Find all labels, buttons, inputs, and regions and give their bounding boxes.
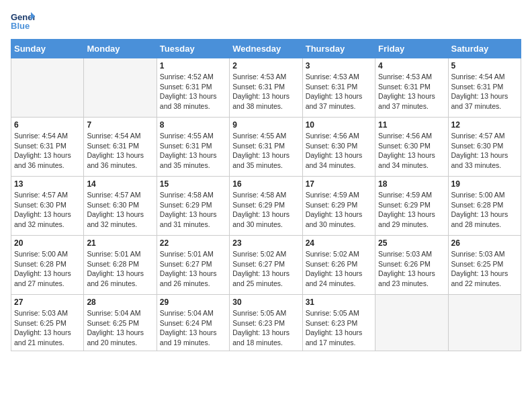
day-number: 13 (14, 179, 81, 189)
day-number: 25 (378, 238, 445, 248)
day-number: 17 (306, 179, 372, 189)
calendar-cell: 16Sunrise: 4:58 AMSunset: 6:29 PMDayligh… (230, 177, 302, 236)
day-detail: Sunrise: 4:56 AMSunset: 6:30 PMDaylight:… (378, 131, 445, 171)
day-detail: Sunrise: 4:54 AMSunset: 6:31 PMDaylight:… (451, 72, 518, 111)
day-number: 23 (232, 238, 299, 248)
weekday-header-thursday: Thursday (302, 40, 375, 58)
calendar-cell: 10Sunrise: 4:56 AMSunset: 6:30 PMDayligh… (302, 118, 375, 177)
day-detail: Sunrise: 5:05 AMSunset: 6:23 PMDaylight:… (232, 308, 299, 348)
day-number: 20 (14, 238, 81, 248)
weekday-header-monday: Monday (84, 40, 157, 58)
calendar-cell: 20Sunrise: 5:00 AMSunset: 6:28 PMDayligh… (11, 236, 84, 295)
day-number: 9 (232, 120, 299, 130)
day-number: 24 (306, 238, 372, 248)
day-detail: Sunrise: 4:57 AMSunset: 6:30 PMDaylight:… (14, 190, 81, 230)
calendar-cell: 4Sunrise: 4:53 AMSunset: 6:31 PMDaylight… (375, 58, 448, 118)
day-number: 5 (451, 61, 518, 71)
calendar-cell: 11Sunrise: 4:56 AMSunset: 6:30 PMDayligh… (375, 118, 448, 177)
weekday-header-saturday: Saturday (448, 40, 521, 58)
day-number: 2 (232, 61, 299, 71)
day-number: 8 (160, 120, 226, 130)
calendar-cell: 18Sunrise: 4:59 AMSunset: 6:29 PMDayligh… (375, 177, 448, 236)
day-number: 3 (306, 61, 372, 71)
day-number: 31 (306, 298, 372, 307)
day-number: 22 (160, 238, 226, 248)
calendar-cell: 27Sunrise: 5:03 AMSunset: 6:25 PMDayligh… (11, 295, 84, 351)
day-detail: Sunrise: 4:59 AMSunset: 6:29 PMDaylight:… (306, 190, 372, 230)
calendar-cell: 14Sunrise: 4:57 AMSunset: 6:30 PMDayligh… (84, 177, 157, 236)
day-number: 10 (306, 120, 372, 130)
logo-icon: General Blue (11, 11, 35, 31)
day-detail: Sunrise: 4:54 AMSunset: 6:31 PMDaylight:… (14, 131, 81, 171)
day-number: 27 (14, 298, 81, 307)
day-detail: Sunrise: 5:05 AMSunset: 6:23 PMDaylight:… (306, 308, 372, 348)
day-detail: Sunrise: 4:58 AMSunset: 6:29 PMDaylight:… (232, 190, 299, 230)
calendar-cell: 1Sunrise: 4:52 AMSunset: 6:31 PMDaylight… (157, 58, 229, 118)
calendar-cell: 28Sunrise: 5:04 AMSunset: 6:25 PMDayligh… (84, 295, 157, 351)
day-detail: Sunrise: 4:58 AMSunset: 6:29 PMDaylight:… (160, 190, 226, 230)
calendar-cell (84, 58, 157, 118)
weekday-header-tuesday: Tuesday (157, 40, 229, 58)
calendar-cell: 24Sunrise: 5:02 AMSunset: 6:26 PMDayligh… (302, 236, 375, 295)
calendar-cell: 13Sunrise: 4:57 AMSunset: 6:30 PMDayligh… (11, 177, 84, 236)
calendar-cell: 3Sunrise: 4:53 AMSunset: 6:31 PMDaylight… (302, 58, 375, 118)
calendar-table: SundayMondayTuesdayWednesdayThursdayFrid… (11, 39, 521, 351)
day-detail: Sunrise: 5:02 AMSunset: 6:27 PMDaylight:… (232, 249, 299, 289)
calendar-cell: 21Sunrise: 5:01 AMSunset: 6:28 PMDayligh… (84, 236, 157, 295)
day-number: 29 (160, 298, 226, 307)
day-number: 30 (232, 298, 299, 307)
page-header: General Blue (11, 11, 521, 31)
calendar-cell: 23Sunrise: 5:02 AMSunset: 6:27 PMDayligh… (230, 236, 302, 295)
calendar-cell: 30Sunrise: 5:05 AMSunset: 6:23 PMDayligh… (230, 295, 302, 351)
day-number: 28 (87, 298, 153, 307)
day-number: 1 (160, 61, 226, 71)
day-detail: Sunrise: 4:55 AMSunset: 6:31 PMDaylight:… (160, 131, 226, 171)
calendar-cell: 22Sunrise: 5:01 AMSunset: 6:27 PMDayligh… (157, 236, 229, 295)
calendar-cell: 7Sunrise: 4:54 AMSunset: 6:31 PMDaylight… (84, 118, 157, 177)
weekday-header-wednesday: Wednesday (230, 40, 302, 58)
calendar-cell: 15Sunrise: 4:58 AMSunset: 6:29 PMDayligh… (157, 177, 229, 236)
day-detail: Sunrise: 5:04 AMSunset: 6:24 PMDaylight:… (160, 308, 226, 348)
calendar-cell: 26Sunrise: 5:03 AMSunset: 6:25 PMDayligh… (448, 236, 521, 295)
day-number: 15 (160, 179, 226, 189)
day-detail: Sunrise: 4:57 AMSunset: 6:30 PMDaylight:… (87, 190, 153, 230)
day-number: 26 (451, 238, 518, 248)
day-number: 21 (87, 238, 153, 248)
day-number: 11 (378, 120, 445, 130)
day-detail: Sunrise: 5:00 AMSunset: 6:28 PMDaylight:… (14, 249, 81, 289)
calendar-cell: 5Sunrise: 4:54 AMSunset: 6:31 PMDaylight… (448, 58, 521, 118)
calendar-cell: 12Sunrise: 4:57 AMSunset: 6:30 PMDayligh… (448, 118, 521, 177)
calendar-cell: 19Sunrise: 5:00 AMSunset: 6:28 PMDayligh… (448, 177, 521, 236)
day-number: 7 (87, 120, 153, 130)
day-detail: Sunrise: 5:03 AMSunset: 6:25 PMDaylight:… (451, 249, 518, 289)
calendar-cell: 8Sunrise: 4:55 AMSunset: 6:31 PMDaylight… (157, 118, 229, 177)
day-detail: Sunrise: 4:55 AMSunset: 6:31 PMDaylight:… (232, 131, 299, 171)
calendar-cell: 6Sunrise: 4:54 AMSunset: 6:31 PMDaylight… (11, 118, 84, 177)
day-number: 12 (451, 120, 518, 130)
day-detail: Sunrise: 4:54 AMSunset: 6:31 PMDaylight:… (87, 131, 153, 171)
day-detail: Sunrise: 5:04 AMSunset: 6:25 PMDaylight:… (87, 308, 153, 348)
calendar-cell: 31Sunrise: 5:05 AMSunset: 6:23 PMDayligh… (302, 295, 375, 351)
svg-text:Blue: Blue (11, 21, 30, 31)
day-number: 19 (451, 179, 518, 189)
day-detail: Sunrise: 5:03 AMSunset: 6:26 PMDaylight:… (378, 249, 445, 289)
day-detail: Sunrise: 5:00 AMSunset: 6:28 PMDaylight:… (451, 190, 518, 230)
weekday-header-sunday: Sunday (11, 40, 84, 58)
calendar-cell (448, 295, 521, 351)
day-number: 16 (232, 179, 299, 189)
calendar-cell: 17Sunrise: 4:59 AMSunset: 6:29 PMDayligh… (302, 177, 375, 236)
calendar-cell: 9Sunrise: 4:55 AMSunset: 6:31 PMDaylight… (230, 118, 302, 177)
day-detail: Sunrise: 4:52 AMSunset: 6:31 PMDaylight:… (160, 72, 226, 111)
weekday-header-friday: Friday (375, 40, 448, 58)
calendar-cell (11, 58, 84, 118)
day-detail: Sunrise: 5:02 AMSunset: 6:26 PMDaylight:… (306, 249, 372, 289)
calendar-cell: 29Sunrise: 5:04 AMSunset: 6:24 PMDayligh… (157, 295, 229, 351)
day-detail: Sunrise: 4:53 AMSunset: 6:31 PMDaylight:… (378, 72, 445, 111)
calendar-cell (375, 295, 448, 351)
day-number: 18 (378, 179, 445, 189)
calendar-cell: 2Sunrise: 4:53 AMSunset: 6:31 PMDaylight… (230, 58, 302, 118)
day-detail: Sunrise: 4:53 AMSunset: 6:31 PMDaylight:… (232, 72, 299, 111)
day-detail: Sunrise: 5:03 AMSunset: 6:25 PMDaylight:… (14, 308, 81, 348)
calendar-cell: 25Sunrise: 5:03 AMSunset: 6:26 PMDayligh… (375, 236, 448, 295)
day-detail: Sunrise: 4:59 AMSunset: 6:29 PMDaylight:… (378, 190, 445, 230)
